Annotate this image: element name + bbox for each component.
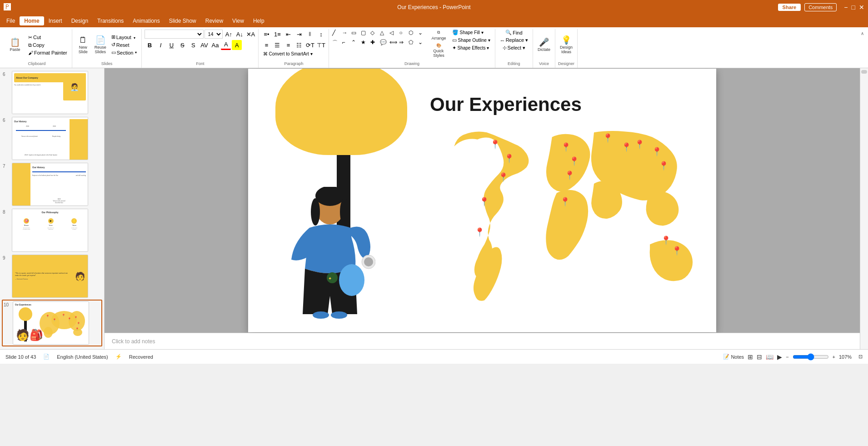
shape-right-tri[interactable]: ◁ [389, 29, 398, 38]
slide-sorter-button[interactable]: ⊟ [757, 353, 762, 361]
menu-design[interactable]: Design [67, 16, 93, 25]
shape-circle[interactable]: ○ [399, 29, 408, 38]
arrange-button[interactable]: ⧉ Arrange [429, 29, 448, 41]
shape-pentagon[interactable]: ⬠ [408, 39, 417, 48]
fit-to-window-button[interactable]: ⊡ [858, 354, 863, 360]
notes-area[interactable]: Click to add notes [105, 333, 860, 349]
paste-button[interactable]: 📋 Paste [5, 37, 25, 53]
shape-cross[interactable]: ✚ [370, 39, 379, 48]
decrease-font-button[interactable]: A↓ [234, 29, 244, 39]
slide-item-7[interactable]: 7 Our History Neptune is the farthest pl… [2, 162, 102, 207]
zoom-level[interactable]: 107% [839, 354, 855, 360]
minimize-button[interactable]: − [844, 4, 848, 11]
clear-format-button[interactable]: ✕A [245, 29, 255, 39]
shape-diamond[interactable]: ◇ [370, 29, 379, 38]
shape-bracket[interactable]: ⌃ [351, 39, 360, 48]
change-case-button[interactable]: Aa [210, 40, 220, 50]
cut-button[interactable]: ✂ Cut [26, 34, 69, 41]
shape-round-rect[interactable]: ▢ [360, 29, 369, 38]
comments-button[interactable]: Comments [804, 3, 837, 11]
slide-canvas[interactable]: ✦ Our Experiences [248, 69, 716, 332]
justify-button[interactable]: ☷ [294, 40, 304, 50]
shape-curve[interactable]: ⌒ [332, 39, 341, 48]
slide-item-8[interactable]: 8 Our Philosophy 🎯 Mission we could adda… [2, 208, 102, 253]
slide-item-10[interactable]: 10 Our Experiences 🧑‍🎒 [2, 300, 102, 346]
bold-button[interactable]: B [145, 40, 155, 50]
align-center-button[interactable]: ☰ [272, 40, 282, 50]
slide-title[interactable]: Our Experiences [430, 94, 582, 115]
shape-triangle[interactable]: △ [379, 29, 389, 38]
quick-styles-button[interactable]: 🎨 QuickStyles [429, 42, 448, 59]
shape-elbow[interactable]: ⌐ [341, 39, 350, 48]
slide-item-6[interactable]: 6 About Our Company You could enter a su… [2, 70, 102, 115]
zoom-out-button[interactable]: − [786, 354, 788, 360]
shape-callout[interactable]: 💬 [379, 39, 389, 48]
shadow-button[interactable]: S [188, 40, 198, 50]
increase-indent-button[interactable]: ⇥ [294, 29, 304, 39]
scroll-thumb[interactable] [861, 70, 867, 74]
highlight-button[interactable]: A [232, 40, 242, 50]
shape-arrow[interactable]: → [341, 29, 350, 38]
font-name-select[interactable] [145, 30, 204, 39]
zoom-in-button[interactable]: + [833, 354, 835, 360]
font-color-button[interactable]: A [221, 40, 231, 50]
menu-home[interactable]: Home [20, 16, 44, 25]
shape-star[interactable]: ★ [360, 39, 369, 48]
menu-insert[interactable]: Insert [44, 16, 67, 25]
font-size-select[interactable]: 14 [205, 30, 223, 39]
normal-view-button[interactable]: ⊞ [748, 353, 753, 361]
strikethrough-button[interactable]: S [177, 40, 187, 50]
shapes-expand[interactable]: ⌄ [418, 39, 427, 48]
shape-hexagon[interactable]: ⬡ [408, 29, 417, 38]
shape-outline-button[interactable]: ▭ Shape Outline ▾ [450, 37, 492, 44]
shape-fill-button[interactable]: 🪣 Shape Fill ▾ [450, 29, 492, 36]
slide-item-9[interactable]: 9 🧑 "This is a quote, words full of wisd… [2, 254, 102, 299]
increase-font-button[interactable]: A↑ [224, 29, 234, 39]
format-painter-button[interactable]: 🖌 Format Painter [26, 50, 69, 56]
menu-view[interactable]: View [228, 16, 249, 25]
decrease-indent-button[interactable]: ⇤ [283, 29, 293, 39]
copy-button[interactable]: ⧉ Copy [26, 42, 69, 49]
text-direction-button[interactable]: ⟳T [305, 40, 315, 50]
reset-button[interactable]: ↺ Reset [110, 41, 139, 48]
shape-block-arrow[interactable]: ⇒ [399, 39, 408, 48]
design-ideas-button[interactable]: 💡 DesignIdeas [558, 35, 574, 55]
menu-file[interactable]: File [2, 16, 20, 25]
shape-line[interactable]: ╱ [332, 29, 341, 38]
underline-button[interactable]: U [166, 40, 176, 50]
columns-button[interactable]: ⫴ [305, 29, 315, 39]
char-spacing-button[interactable]: AV [199, 40, 209, 50]
restore-button[interactable]: □ [852, 4, 855, 11]
close-button[interactable]: ✕ [859, 4, 864, 11]
line-spacing-button[interactable]: ↕ [316, 29, 326, 39]
menu-slideshow[interactable]: Slide Show [165, 16, 201, 25]
align-text-button[interactable]: ⊤T [316, 40, 326, 50]
find-button[interactable]: 🔍 Find [504, 29, 524, 36]
shape-double-arrow[interactable]: ⟺ [389, 39, 398, 48]
shape-rect[interactable]: ▭ [351, 29, 360, 38]
align-left-button[interactable]: ≡ [261, 40, 271, 50]
reading-view-button[interactable]: 📖 [766, 353, 773, 361]
shapes-more[interactable]: ⌄ [418, 29, 427, 38]
menu-transitions[interactable]: Transitions [93, 16, 128, 25]
slide-item-6b[interactable]: 6 Our History 2018 2019 Venus is the sec… [2, 116, 102, 161]
menu-review[interactable]: Review [201, 16, 228, 25]
numbering-button[interactable]: 1≡ [272, 29, 282, 39]
new-slide-button[interactable]: 🗒 NewSlide [75, 35, 91, 55]
reuse-slides-button[interactable]: 📄 ReuseSlides [92, 35, 109, 55]
menu-animations[interactable]: Animations [128, 16, 164, 25]
collapse-ribbon-button[interactable]: ∧ [858, 29, 866, 37]
slideshow-button[interactable]: ▶ [777, 353, 782, 361]
layout-button[interactable]: ⊞ Layout ▾ [110, 34, 139, 40]
replace-button[interactable]: ↔ Replace ▾ [498, 37, 530, 44]
align-right-button[interactable]: ≡ [283, 40, 293, 50]
share-button[interactable]: Share [778, 4, 801, 11]
select-button[interactable]: ⊹ Select ▾ [501, 45, 528, 51]
section-button[interactable]: ▭ Section ▾ [110, 49, 139, 56]
zoom-slider[interactable] [793, 353, 829, 361]
convert-smartart-button[interactable]: ⌘ Convert to SmartArt ▾ [261, 51, 314, 57]
shape-effects-button[interactable]: ✦ Shape Effects ▾ [450, 45, 492, 51]
notes-icon[interactable]: 📝 Notes [723, 354, 744, 360]
dictate-button[interactable]: 🎤 Dictate [536, 37, 552, 53]
italic-button[interactable]: I [155, 40, 165, 50]
